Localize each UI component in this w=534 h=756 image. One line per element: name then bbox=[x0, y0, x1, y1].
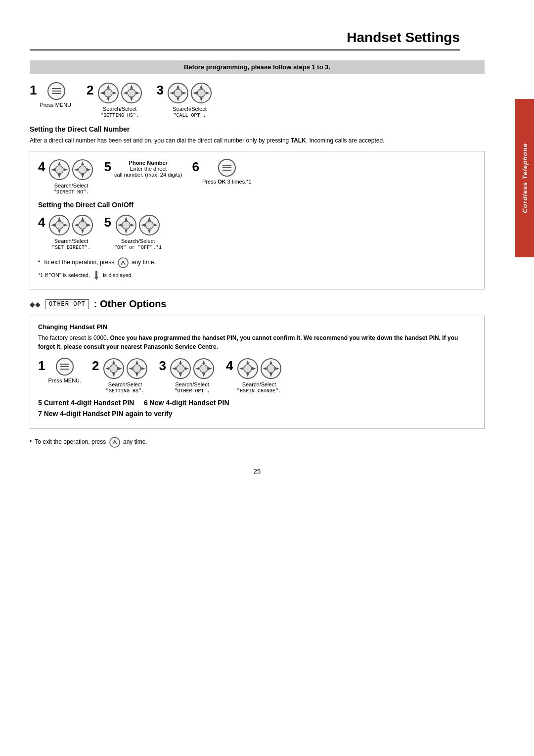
pin-step-7: 7 New 4-digit Handset PIN again to verif… bbox=[38, 410, 476, 418]
top-step-1: 1 Press MENU. bbox=[30, 82, 73, 108]
dcn-step6-num: 6 bbox=[192, 160, 199, 173]
svg-point-11 bbox=[128, 89, 135, 97]
svg-point-51 bbox=[79, 221, 87, 229]
pin-step3-caption: Search/Select "OTHER OPT". bbox=[175, 381, 210, 394]
dcn-step4-num: 4 bbox=[38, 160, 45, 173]
step2-icon-col: Search/Select "SETTING HS". bbox=[97, 82, 143, 118]
svg-point-101 bbox=[244, 365, 252, 373]
pin-step4-caption: Search/Select "HSPIN CHANGE". bbox=[237, 381, 281, 394]
pin-step4-icons bbox=[236, 357, 282, 380]
svg-point-23 bbox=[197, 89, 205, 97]
svg-rect-43 bbox=[222, 170, 231, 171]
svg-point-107 bbox=[267, 365, 275, 373]
nav-icon-pin3a bbox=[169, 357, 192, 380]
main-content: Handset Settings Before programming, ple… bbox=[30, 30, 509, 475]
svg-point-63 bbox=[145, 221, 153, 229]
step2-caption: Search/Select "SETTING HS". bbox=[100, 106, 139, 118]
pin-step2-icons bbox=[102, 357, 148, 380]
pin-steps-row: 1 Press MENU. bbox=[38, 357, 476, 394]
svg-point-57 bbox=[122, 221, 130, 229]
svg-point-77 bbox=[110, 365, 118, 373]
step1-icon-col: Press MENU. bbox=[40, 82, 73, 108]
pin-step1-icon: Press MENU. bbox=[48, 357, 81, 383]
pin-step3-icon: Search/Select "OTHER OPT". bbox=[169, 357, 215, 394]
dco-step-5: 5 bbox=[104, 214, 161, 250]
nav-icon-pin2b bbox=[126, 357, 148, 380]
direct-call-number-heading: Setting the Direct Call Number bbox=[30, 125, 485, 133]
svg-point-35 bbox=[79, 166, 87, 174]
svg-rect-3 bbox=[52, 93, 61, 94]
pin-step2-num: 2 bbox=[92, 359, 99, 372]
pin-step2-icon: Search/Select "SETTING HS". bbox=[102, 357, 148, 394]
diamond-icons: ◆◆ bbox=[30, 300, 41, 308]
changing-pin-desc: The factory preset is 0000. Once you hav… bbox=[38, 333, 476, 351]
step3-num: 3 bbox=[157, 84, 164, 96]
nav-icon-dco5b bbox=[138, 214, 161, 236]
svg-point-5 bbox=[104, 89, 112, 97]
direct-call-onoff-steps: 4 bbox=[38, 214, 476, 250]
nav-icon-2b bbox=[120, 82, 143, 104]
svg-point-95 bbox=[200, 365, 208, 373]
top-steps-row: 1 Press MENU. 2 bbox=[30, 82, 485, 118]
svg-point-89 bbox=[177, 365, 184, 373]
changing-pin-heading: Changing Handset PIN bbox=[38, 323, 476, 331]
menu-icon-pin1 bbox=[55, 357, 74, 376]
page-title: Handset Settings bbox=[30, 30, 460, 50]
other-options-title: : Other Options bbox=[94, 298, 167, 310]
direct-call-steps: 4 bbox=[38, 158, 476, 195]
bullets-section1: • To exit the operation, press any time.… bbox=[38, 257, 476, 280]
nav-icon-pin2a bbox=[102, 357, 125, 380]
dcn-step4-caption: Search/Select "DIRECT NO". bbox=[53, 183, 89, 195]
svg-point-29 bbox=[55, 166, 63, 174]
dco-step5-num: 5 bbox=[104, 216, 111, 229]
step3-caption: Search/Select "CALL OPT". bbox=[173, 106, 206, 118]
dcn-step5-icon: Phone Number Enter the direct call numbe… bbox=[114, 158, 182, 178]
nav-icon-3a bbox=[167, 82, 189, 104]
dcn-step4-icons bbox=[48, 158, 94, 181]
nav-icon-dcn4a bbox=[48, 158, 71, 181]
svg-rect-42 bbox=[222, 167, 231, 168]
pin-step4-num: 4 bbox=[226, 359, 233, 372]
menu-icon-step6 bbox=[218, 158, 236, 177]
svg-point-83 bbox=[133, 365, 141, 373]
dco-step-4: 4 bbox=[38, 214, 94, 250]
nav-icon-dcn4b bbox=[71, 158, 94, 181]
pin-step2-caption: Search/Select "SETTING HS". bbox=[106, 381, 144, 394]
svg-rect-1 bbox=[52, 88, 61, 89]
before-banner: Before programming, please follow steps … bbox=[30, 60, 485, 74]
dco-step4-icon: Search/Select "SET DIRECT". bbox=[48, 214, 94, 250]
svg-point-113 bbox=[114, 440, 116, 442]
pin-step4-icon: Search/Select "HSPIN CHANGE". bbox=[236, 357, 282, 394]
svg-point-45 bbox=[55, 221, 63, 229]
step2-num: 2 bbox=[87, 84, 93, 96]
other-options-box: Changing Handset PIN The factory preset … bbox=[30, 316, 485, 429]
nav-icon-dco4b bbox=[71, 214, 94, 236]
nav-icon-dco4a bbox=[48, 214, 71, 236]
dcn-step5-num: 5 bbox=[104, 160, 111, 173]
dcn-step-5: 5 Phone Number Enter the direct call num… bbox=[104, 158, 182, 178]
dcn-step-4: 4 bbox=[38, 158, 94, 195]
svg-point-17 bbox=[174, 89, 182, 97]
dco-step4-num: 4 bbox=[38, 216, 45, 229]
bullet-exit-1: • To exit the operation, press any time. bbox=[38, 257, 476, 268]
pin-step-2: 2 bbox=[92, 357, 148, 394]
dcn-step6-icon: Press OK 3 times.*1 bbox=[202, 158, 252, 185]
step3-icon-col: Search/Select "CALL OPT". bbox=[167, 82, 213, 118]
pin-step-1: 1 Press MENU. bbox=[38, 357, 81, 383]
pin-step3-icons bbox=[169, 357, 215, 380]
page-wrapper: Cordless Telephone Handset Settings Befo… bbox=[0, 0, 534, 756]
svg-rect-70 bbox=[95, 271, 97, 278]
dco-step5-icon: Search/Select "ON" or "OFF".*1 bbox=[114, 214, 162, 250]
nav-icon-pin4a bbox=[236, 357, 259, 380]
svg-point-69 bbox=[122, 261, 124, 263]
step1-num: 1 bbox=[30, 84, 37, 96]
pin-step-3: 3 bbox=[159, 357, 215, 394]
step3-icons bbox=[167, 82, 213, 104]
dcn-step4-icon: Search/Select "DIRECT NO". bbox=[48, 158, 94, 195]
top-step-2: 2 bbox=[87, 82, 142, 118]
svg-rect-75 bbox=[60, 369, 69, 370]
sidebar: Cordless Telephone bbox=[515, 99, 534, 257]
direct-call-onoff-heading: Setting the Direct Call On/Off bbox=[38, 201, 476, 209]
page-number: 25 bbox=[30, 468, 485, 475]
dco-step5-icons bbox=[115, 214, 161, 236]
